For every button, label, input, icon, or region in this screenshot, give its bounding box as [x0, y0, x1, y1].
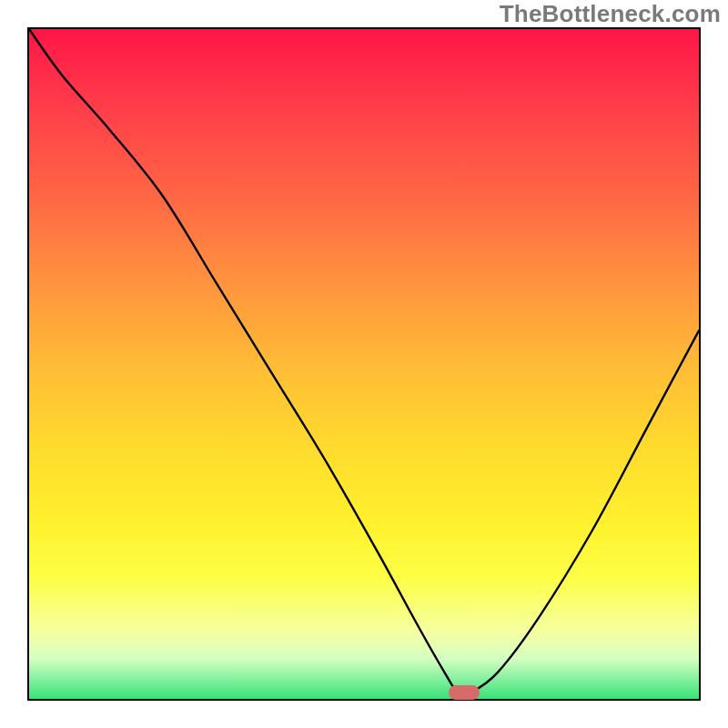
chart-frame: TheBottleneck.com [0, 0, 728, 728]
curve-path [29, 29, 699, 694]
bottleneck-curve [29, 29, 699, 699]
optimal-marker [449, 685, 480, 700]
watermark-text: TheBottleneck.com [500, 0, 721, 28]
plot-area [27, 27, 701, 701]
